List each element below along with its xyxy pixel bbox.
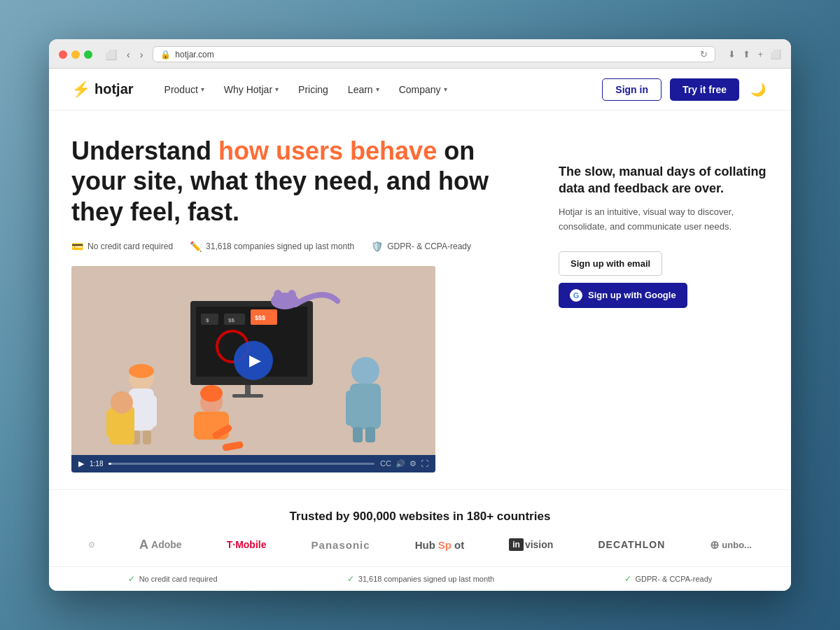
check-icon: ✓ xyxy=(347,574,354,584)
svg-text:$$$: $$$ xyxy=(255,314,265,321)
svg-text:$$: $$ xyxy=(228,317,234,323)
brand-hubspot: HubSpot xyxy=(415,539,465,551)
trusted-section: Trusted by 900,000 websites in 180+ coun… xyxy=(49,489,791,566)
badge-no-cc: 💳 No credit card required xyxy=(71,241,173,252)
check-icon: ✓ xyxy=(624,574,631,584)
video-illustration: $ $$ $$$ xyxy=(71,266,435,455)
brand-unbounce: ⊕ unbo... xyxy=(710,538,752,552)
nav-item-pricing[interactable]: Pricing xyxy=(290,78,337,101)
bottom-badge-signups: ✓ 31,618 companies signed up last month xyxy=(347,574,494,584)
new-tab-icon[interactable]: + xyxy=(757,49,763,59)
logo-icon: ⚡ xyxy=(71,80,90,99)
play-icon: ▶ xyxy=(249,351,261,370)
hero-right: The slow, manual days of collating data … xyxy=(559,136,769,307)
browser-nav-controls: ⬜ ‹ › xyxy=(102,48,146,62)
svg-rect-17 xyxy=(143,430,151,444)
settings-icon[interactable]: ⚙ xyxy=(410,459,416,468)
badge-text: No credit card required xyxy=(88,241,173,251)
play-pause-button[interactable]: ▶ xyxy=(78,459,84,468)
chevron-down-icon: ▾ xyxy=(444,85,447,93)
lock-icon: 🔒 xyxy=(160,50,171,59)
signup-google-button[interactable]: G Sign up with Google xyxy=(559,283,687,308)
address-bar[interactable]: 🔒 hotjar.com ↻ xyxy=(153,46,715,62)
badge-gdpr: 🛡️ GDPR- & CCPA-ready xyxy=(371,241,471,252)
brand-invision: in vision xyxy=(509,538,553,551)
cc-icon[interactable]: CC xyxy=(380,459,391,468)
hero-badges: 💳 No credit card required ✏️ 31,618 comp… xyxy=(71,241,536,252)
svg-point-20 xyxy=(200,385,223,402)
shield-icon: 🛡️ xyxy=(371,241,383,252)
maximize-button[interactable] xyxy=(84,50,92,59)
svg-rect-26 xyxy=(346,391,357,426)
svg-point-31 xyxy=(274,290,282,301)
minimize-button[interactable] xyxy=(71,50,80,59)
nav-item-company[interactable]: Company ▾ xyxy=(391,78,456,101)
svg-rect-35 xyxy=(106,410,116,438)
hero-right-body: Hotjar is an intuitive, visual way to di… xyxy=(559,205,769,234)
current-time: 1:18 xyxy=(90,460,103,468)
close-button[interactable] xyxy=(59,50,67,59)
signup-buttons: Sign up with email G Sign up with Google xyxy=(559,251,769,308)
traffic-lights xyxy=(59,50,92,59)
chevron-down-icon: ▾ xyxy=(201,85,204,93)
forward-button[interactable]: › xyxy=(137,48,146,62)
heading-part1: Understand xyxy=(71,136,218,165)
trusted-heading: Trusted by 900,000 websites in 180+ coun… xyxy=(71,510,769,524)
signin-button[interactable]: Sign in xyxy=(602,78,662,101)
svg-point-32 xyxy=(288,290,296,301)
hero-section: Understand how users behave on your site… xyxy=(71,136,769,472)
bottom-badge-text: GDPR- & CCPA-ready xyxy=(636,575,713,583)
volume-icon[interactable]: 🔊 xyxy=(396,459,405,468)
badge-text: 31,618 companies signed up last month xyxy=(206,241,354,251)
chevron-down-icon: ▾ xyxy=(376,85,379,93)
download-icon[interactable]: ⬇ xyxy=(728,49,736,59)
browser-window: ⬜ ‹ › 🔒 hotjar.com ↻ ⬇ ⬆ + ⬜ ⚡ hotjar xyxy=(49,39,791,591)
refresh-icon[interactable]: ↻ xyxy=(700,49,708,59)
brand-panasonic: Panasonic xyxy=(312,539,370,551)
bottom-badge-text: No credit card required xyxy=(139,575,218,583)
badge-text: GDPR- & CCPA-ready xyxy=(387,241,471,251)
signup-email-button[interactable]: Sign up with email xyxy=(559,251,662,276)
svg-rect-15 xyxy=(147,396,157,427)
play-button[interactable]: ▶ xyxy=(234,341,273,380)
svg-text:$: $ xyxy=(206,317,209,323)
url-text: hotjar.com xyxy=(175,50,214,59)
video-player: $ $$ $$$ xyxy=(71,266,435,472)
credit-card-icon: 💳 xyxy=(71,241,83,252)
share-icon[interactable]: ⬆ xyxy=(743,49,750,59)
nav-item-product[interactable]: Product ▾ xyxy=(156,78,213,101)
svg-point-18 xyxy=(129,364,154,378)
hero-left: Understand how users behave on your site… xyxy=(71,136,536,472)
svg-rect-5 xyxy=(224,314,245,325)
google-icon: G xyxy=(570,289,582,302)
logo[interactable]: ⚡ hotjar xyxy=(71,80,134,99)
back-button[interactable]: ‹ xyxy=(124,48,133,62)
svg-rect-21 xyxy=(194,412,229,440)
brand-logos: ⊙ A Adobe T·Mobile Panasonic HubSpot in … xyxy=(71,538,769,552)
bottom-badge-gdpr: ✓ GDPR- & CCPA-ready xyxy=(624,574,713,584)
hero-right-heading: The slow, manual days of collating data … xyxy=(559,164,769,197)
nav-item-learn[interactable]: Learn ▾ xyxy=(340,78,388,101)
progress-bar[interactable] xyxy=(108,463,374,465)
extensions-icon[interactable]: ⬜ xyxy=(770,49,781,59)
site-navigation: ⚡ hotjar Product ▾ Why Hotjar ▾ Pricing … xyxy=(49,69,791,111)
try-free-button[interactable]: Try it free xyxy=(670,78,739,101)
video-ctrl-icons: CC 🔊 ⚙ ⛶ xyxy=(380,459,428,468)
bottom-bar: ✓ No credit card required ✓ 31,618 compa… xyxy=(49,566,791,591)
chevron-down-icon: ▾ xyxy=(275,85,279,93)
fullscreen-icon[interactable]: ⛶ xyxy=(421,459,428,468)
video-controls: ▶ 1:18 CC 🔊 ⚙ ⛶ xyxy=(71,455,435,472)
svg-rect-29 xyxy=(365,427,375,442)
nav-item-why-hotjar[interactable]: Why Hotjar ▾ xyxy=(216,78,287,101)
bottom-badge-text: 31,618 companies signed up last month xyxy=(358,575,494,583)
brand-adobe: A Adobe xyxy=(139,538,182,552)
brand-decathlon: DECATHLON xyxy=(598,539,665,550)
nav-actions: Sign in Try it free 🌙 xyxy=(602,78,769,101)
theme-toggle-button[interactable]: 🌙 xyxy=(748,79,769,100)
hero-heading: Understand how users behave on your site… xyxy=(71,136,536,227)
brand-logo-item: ⊙ xyxy=(88,540,94,550)
logo-text: hotjar xyxy=(94,81,134,97)
progress-fill xyxy=(108,463,111,465)
heading-highlight: how users behave xyxy=(218,136,437,165)
sidebar-toggle[interactable]: ⬜ xyxy=(102,48,120,62)
